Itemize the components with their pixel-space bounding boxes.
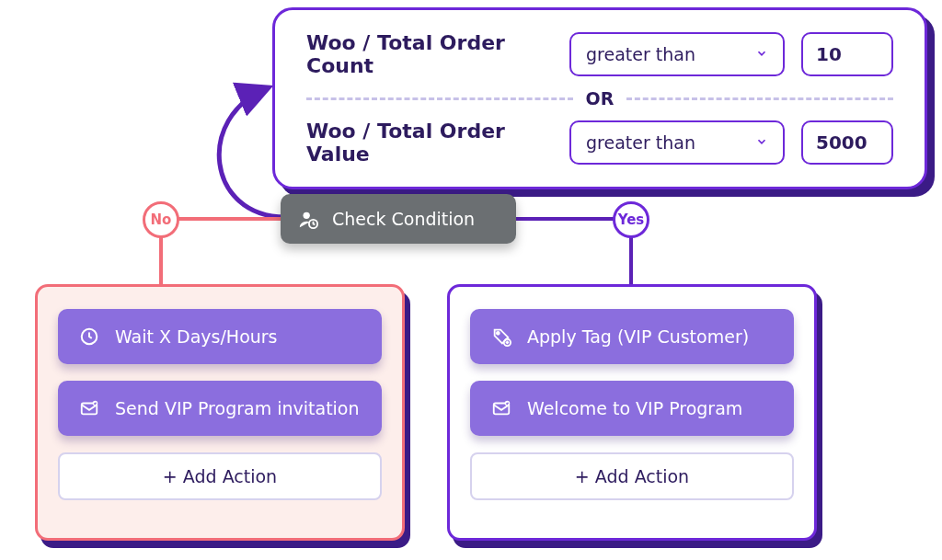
operator-select[interactable]: greater than bbox=[569, 120, 785, 165]
condition-panel: Woo / Total Order Count greater than 10 … bbox=[272, 7, 927, 189]
chevron-down-icon bbox=[755, 47, 768, 63]
condition-value-input[interactable]: 10 bbox=[801, 32, 893, 76]
action-label: Welcome to VIP Program bbox=[527, 398, 742, 418]
mail-icon bbox=[490, 397, 512, 419]
mail-icon bbox=[78, 397, 100, 419]
action-label: Send VIP Program invitation bbox=[115, 398, 360, 418]
chevron-down-icon bbox=[755, 135, 768, 151]
operator-value: greater than bbox=[586, 132, 695, 153]
condition-row: Woo / Total Order Value greater than 500… bbox=[306, 115, 893, 170]
or-divider: OR bbox=[306, 82, 893, 115]
welcome-vip-action[interactable]: Welcome to VIP Program bbox=[470, 381, 794, 436]
operator-select[interactable]: greater than bbox=[569, 32, 785, 76]
svg-point-0 bbox=[304, 212, 310, 219]
operator-value: greater than bbox=[586, 44, 695, 64]
no-branch-panel: Wait X Days/Hours Send VIP Program invit… bbox=[35, 284, 405, 541]
wait-action[interactable]: Wait X Days/Hours bbox=[58, 309, 382, 364]
or-label: OR bbox=[586, 88, 615, 109]
user-condition-icon bbox=[297, 208, 319, 230]
condition-field-label: Woo / Total Order Value bbox=[306, 120, 553, 166]
clock-icon bbox=[78, 326, 100, 348]
condition-row: Woo / Total Order Count greater than 10 bbox=[306, 27, 893, 82]
yes-badge: Yes bbox=[613, 201, 649, 238]
tag-icon bbox=[490, 326, 512, 348]
apply-tag-action[interactable]: Apply Tag (VIP Customer) bbox=[470, 309, 794, 364]
check-condition-node[interactable]: Check Condition bbox=[281, 194, 516, 244]
action-label: Apply Tag (VIP Customer) bbox=[527, 326, 749, 347]
send-vip-email-action[interactable]: Send VIP Program invitation bbox=[58, 381, 382, 436]
svg-point-5 bbox=[497, 332, 500, 335]
check-condition-label: Check Condition bbox=[332, 209, 475, 229]
add-action-button[interactable]: + Add Action bbox=[470, 452, 794, 500]
condition-field-label: Woo / Total Order Count bbox=[306, 31, 553, 77]
add-action-button[interactable]: + Add Action bbox=[58, 452, 382, 500]
condition-value-input[interactable]: 5000 bbox=[801, 120, 893, 165]
yes-branch-panel: Apply Tag (VIP Customer) Welcome to VIP … bbox=[447, 284, 817, 541]
action-label: Wait X Days/Hours bbox=[115, 326, 278, 347]
no-badge: No bbox=[143, 201, 179, 238]
